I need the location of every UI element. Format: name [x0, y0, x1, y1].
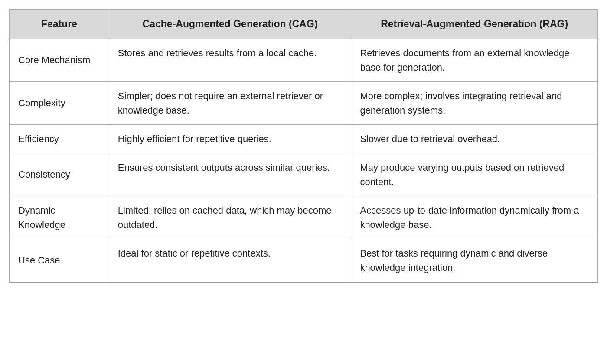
cell-feature: Use Case	[10, 239, 109, 282]
cell-feature: Complexity	[10, 81, 109, 124]
cell-cag: Limited; relies on cached data, which ma…	[109, 196, 351, 239]
comparison-table: Feature Cache-Augmented Generation (CAG)…	[9, 9, 598, 283]
cell-feature: Efficiency	[10, 124, 109, 153]
header-feature: Feature	[10, 10, 109, 39]
cell-feature: Dynamic Knowledge	[10, 196, 109, 239]
table-row: ConsistencyEnsures consistent outputs ac…	[10, 153, 598, 196]
cell-cag: Highly efficient for repetitive queries.	[109, 124, 351, 153]
cell-rag: May produce varying outputs based on ret…	[351, 153, 598, 196]
header-rag: Retrieval-Augmented Generation (RAG)	[351, 10, 598, 39]
cell-cag: Ideal for static or repetitive contexts.	[109, 239, 351, 282]
cell-rag: Accesses up-to-date information dynamica…	[351, 196, 598, 239]
table-row: Core MechanismStores and retrieves resul…	[10, 39, 598, 81]
cell-rag: More complex; involves integrating retri…	[351, 81, 598, 124]
table-row: ComplexitySimpler; does not require an e…	[10, 81, 598, 124]
cell-feature: Consistency	[10, 153, 109, 196]
cell-cag: Simpler; does not require an external re…	[109, 81, 351, 124]
cell-rag: Best for tasks requiring dynamic and div…	[351, 239, 598, 282]
cell-cag: Stores and retrieves results from a loca…	[109, 39, 351, 81]
header-row: Feature Cache-Augmented Generation (CAG)…	[10, 10, 598, 39]
table-row: Use CaseIdeal for static or repetitive c…	[10, 239, 598, 282]
table-row: Dynamic KnowledgeLimited; relies on cach…	[10, 196, 598, 239]
header-cag: Cache-Augmented Generation (CAG)	[109, 10, 351, 39]
cell-feature: Core Mechanism	[10, 39, 109, 81]
cell-rag: Slower due to retrieval overhead.	[351, 124, 598, 153]
cell-rag: Retrieves documents from an external kno…	[351, 39, 598, 81]
cell-cag: Ensures consistent outputs across simila…	[109, 153, 351, 196]
table-row: EfficiencyHighly efficient for repetitiv…	[10, 124, 598, 153]
